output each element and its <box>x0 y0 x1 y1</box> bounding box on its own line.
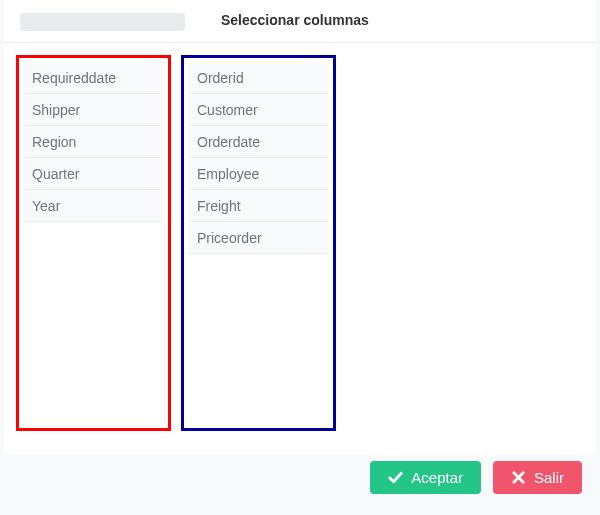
list-item[interactable]: Employee <box>189 159 328 190</box>
list-item[interactable]: Shipper <box>24 95 163 126</box>
selected-columns-list[interactable]: Orderid Customer Orderdate Employee Frei… <box>181 55 336 431</box>
dialog-container: Seleccionar columnas Requireddate Shippe… <box>4 0 596 455</box>
dialog-footer: Aceptar Salir <box>0 455 600 494</box>
tab-placeholder[interactable] <box>20 13 185 31</box>
exit-button[interactable]: Salir <box>493 461 582 494</box>
check-icon <box>388 470 403 485</box>
list-item[interactable]: Orderdate <box>189 127 328 158</box>
list-item[interactable]: Quarter <box>24 159 163 190</box>
list-item[interactable]: Customer <box>189 95 328 126</box>
list-item[interactable]: Orderid <box>189 63 328 94</box>
columns-area: Requireddate Shipper Region Quarter Year… <box>4 43 596 443</box>
tab-select-columns[interactable]: Seleccionar columnas <box>201 0 389 42</box>
list-item[interactable]: Requireddate <box>24 63 163 94</box>
list-item[interactable]: Priceorder <box>189 223 328 254</box>
list-item[interactable]: Region <box>24 127 163 158</box>
list-item[interactable]: Year <box>24 191 163 222</box>
close-icon <box>511 470 526 485</box>
accept-button-label: Aceptar <box>411 469 463 486</box>
exit-button-label: Salir <box>534 469 564 486</box>
tab-bar: Seleccionar columnas <box>4 0 596 43</box>
accept-button[interactable]: Aceptar <box>370 461 481 494</box>
available-columns-list[interactable]: Requireddate Shipper Region Quarter Year <box>16 55 171 431</box>
list-item[interactable]: Freight <box>189 191 328 222</box>
